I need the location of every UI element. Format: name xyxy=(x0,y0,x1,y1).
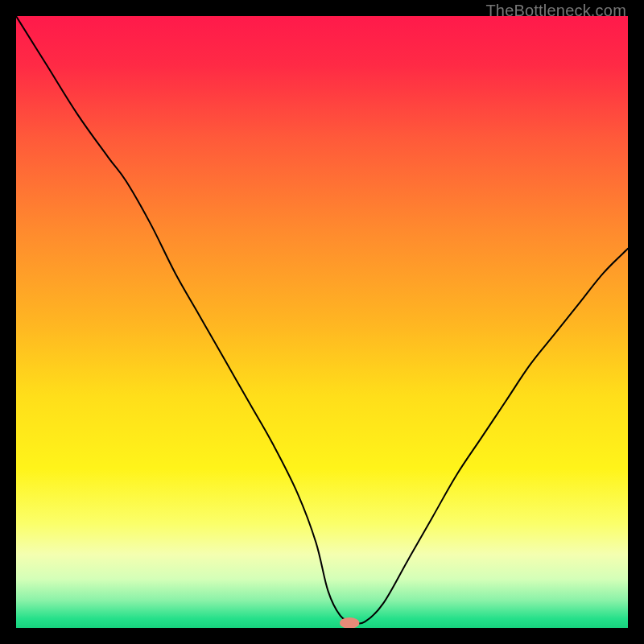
plot-area xyxy=(16,16,628,628)
chart-frame: TheBottleneck.com xyxy=(0,0,644,644)
gradient-background xyxy=(16,16,628,628)
chart-svg xyxy=(16,16,628,628)
watermark-text: TheBottleneck.com xyxy=(485,2,626,20)
